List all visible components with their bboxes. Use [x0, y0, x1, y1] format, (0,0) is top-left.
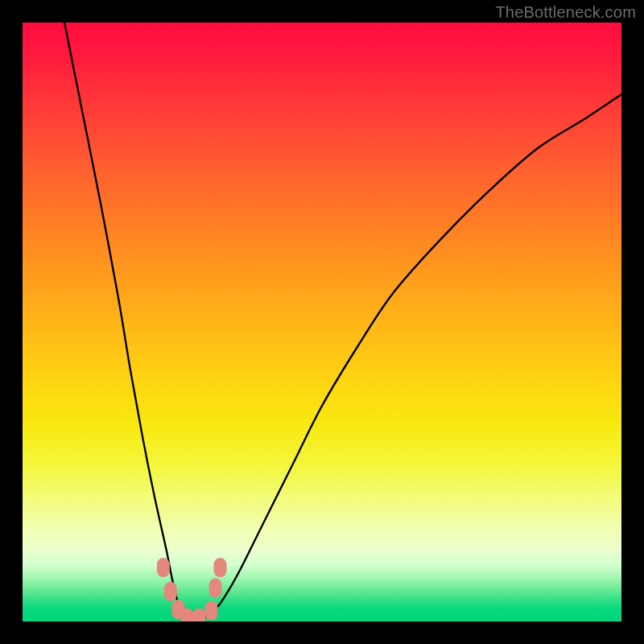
bottleneck-curve [64, 23, 621, 619]
curve-marker [157, 558, 170, 577]
watermark-text: TheBottleneck.com [495, 3, 636, 22]
curve-marker [181, 609, 194, 621]
curve-marker [209, 578, 222, 597]
curve-marker [192, 609, 205, 621]
curve-marker [164, 582, 177, 601]
curve-marker [204, 601, 217, 621]
chart-frame: TheBottleneck.com [0, 0, 644, 644]
curve-marker [214, 558, 227, 577]
curve-layer [23, 23, 621, 621]
bottleneck-curve-path [64, 23, 621, 619]
marker-group [157, 558, 227, 621]
plot-area [23, 23, 621, 621]
